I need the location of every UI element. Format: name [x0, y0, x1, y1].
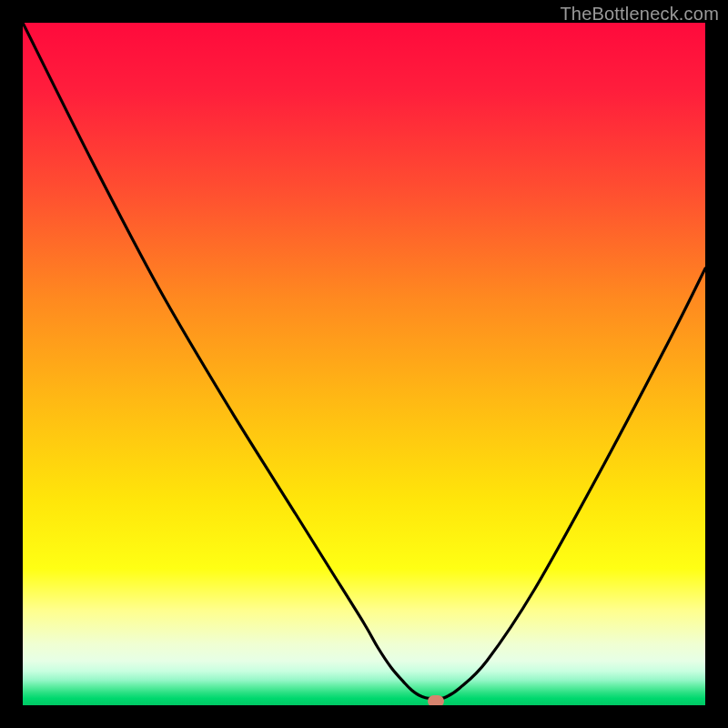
chart-canvas: TheBottleneck.com	[0, 0, 728, 728]
attribution-text: TheBottleneck.com	[560, 4, 719, 25]
minimum-marker	[428, 695, 444, 705]
plot-area	[23, 23, 705, 705]
bottleneck-curve	[23, 23, 705, 705]
